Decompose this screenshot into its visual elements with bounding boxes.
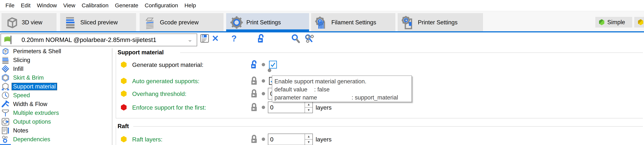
tab-printer-settings-label: Printer Settings	[418, 19, 458, 26]
menu-file[interactable]: File	[2, 2, 18, 8]
layers-icon	[144, 16, 157, 29]
chevron-down-icon: ⌄	[188, 37, 193, 42]
enforce-support-spinner[interactable]: 0 ▲ ▼	[268, 102, 313, 113]
tab-printer-settings[interactable]: Printer Settings	[398, 13, 483, 32]
mode-simple-label: Simple	[607, 19, 625, 26]
groupbox-bottom-line	[116, 118, 643, 118]
sidebar-item-infill[interactable]: Infill	[0, 64, 112, 73]
tab-print-settings[interactable]: Print Settings	[226, 13, 309, 32]
sidebar-item-slicing[interactable]: Slicing	[0, 56, 112, 64]
sidebar-item-notes[interactable]: Notes	[0, 126, 112, 135]
sidebar-item-multiple-extruders[interactable]: Multiple extruders	[0, 108, 112, 117]
unit-label: layers	[316, 104, 332, 111]
sidebar-item-dependencies[interactable]: Dependencies	[0, 135, 112, 144]
menu-calibration[interactable]: Calibration	[78, 2, 112, 8]
option-label: Raft layers:	[132, 136, 162, 143]
section-title-support-material: Support material	[118, 49, 164, 56]
slicing-icon	[1, 56, 10, 64]
simple-mode-hexagon-icon	[599, 19, 604, 25]
tooltip-parameter-name: parameter name: support_material	[274, 94, 412, 102]
menu-window[interactable]: Window	[34, 2, 60, 8]
cube-icon	[5, 16, 19, 29]
option-search-icon[interactable]	[304, 34, 315, 44]
tab-filament-settings[interactable]: Filament Settings	[311, 13, 396, 32]
sidebar-item-label: Skirt & Brim	[12, 74, 45, 82]
dot-icon	[262, 63, 265, 66]
groupbox-top-line	[133, 126, 643, 127]
mode-expert-button-partial[interactable]	[634, 17, 644, 28]
flag-icon	[4, 35, 13, 45]
perimeters-shell-icon	[1, 47, 10, 56]
gear-icon	[230, 16, 243, 29]
active-tab-underline	[226, 30, 309, 32]
delete-preset-icon[interactable]: ✕	[211, 34, 220, 43]
lock-open-icon[interactable]	[250, 60, 258, 69]
spin-up-arrow[interactable]: ▲	[305, 102, 312, 108]
menu-generate[interactable]: Generate	[112, 2, 142, 8]
groupbox-left-border	[116, 52, 116, 118]
preset-toolbar: 0.20mm NORMAL @polarbear-2.85mm-sijietes…	[0, 32, 644, 48]
sidebar-item-perimeters-shell[interactable]: Perimeters & Shell	[0, 47, 112, 56]
main-area: Perimeters & Shell Slicing	[0, 48, 644, 145]
option-label: Overhang threshold:	[132, 90, 186, 98]
gear-filament-icon	[315, 16, 328, 29]
menu-configuration[interactable]: Configuration	[142, 2, 181, 8]
sidebar-item-speed[interactable]: Speed	[0, 91, 112, 100]
sidebar-item-skirt-brim[interactable]: Skirt & Brim	[0, 73, 112, 82]
sidebar-item-support-material[interactable]: Support material	[0, 82, 112, 91]
lock-closed-icon[interactable]	[250, 134, 258, 144]
tab-gcode-preview[interactable]: Gcode preview	[140, 13, 224, 32]
dot-icon	[262, 106, 265, 109]
dependencies-icon	[1, 135, 10, 144]
menu-edit[interactable]: Edit	[18, 2, 34, 8]
menu-view[interactable]: View	[60, 2, 78, 8]
help-icon[interactable]: ?	[230, 34, 238, 43]
tab-sliced-preview[interactable]: Sliced preview	[60, 13, 136, 32]
tab-3d-view-label: 3D view	[22, 19, 42, 26]
tooltip-description: Enable support material generation.	[274, 77, 412, 86]
sidebar-item-output-options[interactable]: Output options	[0, 117, 112, 126]
multiple-extruders-icon	[1, 109, 10, 117]
spinner-value[interactable]: 0	[268, 134, 304, 145]
lock-closed-icon[interactable]	[250, 103, 258, 112]
groupbox-top-line	[180, 52, 643, 53]
dot-icon	[262, 138, 265, 141]
tab-print-settings-label: Print Settings	[246, 19, 281, 26]
settings-sidebar: Perimeters & Shell Slicing	[0, 48, 112, 145]
lock-closed-icon[interactable]	[250, 89, 258, 98]
sidebar-item-label: Perimeters & Shell	[12, 48, 63, 55]
spin-up-arrow[interactable]: ▲	[305, 134, 312, 140]
spinner-buttons: ▲ ▼	[304, 102, 312, 113]
option-label: Enforce support for the first:	[132, 104, 206, 111]
sidebar-item-label: Width & Flow	[12, 100, 49, 108]
output-options-icon	[1, 118, 10, 126]
width-flow-icon	[1, 100, 10, 108]
dot-icon	[262, 92, 265, 95]
preset-value: 0.20mm NORMAL @polarbear-2.85mm-sijietes…	[22, 36, 188, 44]
spin-down-arrow[interactable]: ▼	[305, 108, 312, 113]
tab-3d-view[interactable]: 3D view	[2, 13, 56, 32]
spinner-value[interactable]: 0	[268, 102, 304, 113]
notes-icon	[1, 126, 10, 135]
lock-closed-icon[interactable]	[250, 76, 258, 85]
sidebar-item-label: Speed	[12, 92, 32, 99]
tooltip: Enable support material generation. defa…	[272, 76, 412, 102]
lock-open-icon[interactable]	[257, 34, 265, 43]
preset-combobox[interactable]: 0.20mm NORMAL @polarbear-2.85mm-sijietes…	[0, 34, 197, 46]
menu-help[interactable]: Help	[181, 2, 199, 8]
sidebar-item-label: Notes	[12, 127, 30, 134]
search-icon[interactable]	[291, 34, 301, 44]
spin-down-arrow[interactable]: ▼	[305, 140, 312, 145]
tab-strip: 3D view Sliced preview Gcode p	[0, 11, 644, 32]
next-item-partial	[0, 144, 11, 145]
mode-simple-button[interactable]: Simple	[595, 17, 632, 28]
raft-layers-spinner[interactable]: 0 ▲ ▼	[268, 134, 313, 145]
tab-filament-settings-label: Filament Settings	[331, 19, 376, 26]
save-icon[interactable]	[200, 34, 209, 43]
application-window: File Edit Window View Calibration Genera…	[0, 0, 644, 145]
generate-support-checkbox[interactable]	[269, 61, 277, 68]
sidebar-item-width-flow[interactable]: Width & Flow	[0, 100, 112, 108]
section-title-raft: Raft	[118, 123, 129, 130]
spinner-buttons: ▲ ▼	[304, 134, 312, 145]
sidebar-item-label: Output options	[12, 118, 52, 126]
